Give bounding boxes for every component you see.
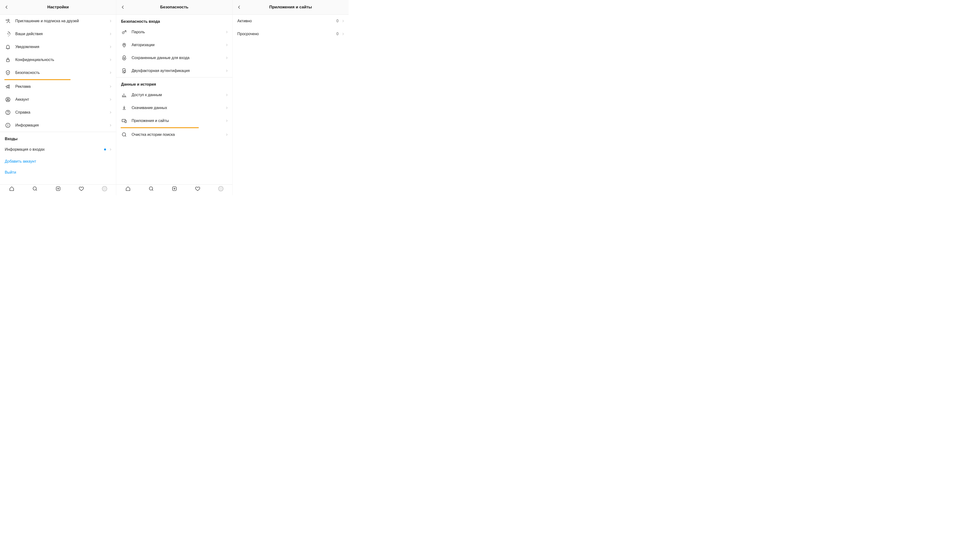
- chevron-right-icon: [225, 106, 229, 109]
- item-label: Просрочено: [237, 32, 336, 36]
- chevron-right-icon: [108, 124, 113, 127]
- item-label: Приложения и сайты: [132, 119, 225, 123]
- security-item-download-data[interactable]: Скачивание данных: [116, 102, 232, 114]
- settings-item-invite[interactable]: Приглашение и подписка на друзей: [0, 14, 116, 27]
- security-item-data-access[interactable]: Доступ к данным: [116, 89, 232, 102]
- add-post-icon: [172, 186, 177, 192]
- svg-point-10: [102, 186, 107, 191]
- svg-point-12: [124, 44, 125, 45]
- svg-point-2: [6, 97, 10, 102]
- header: Приложения и сайты: [232, 0, 348, 14]
- item-label: Аккаунт: [15, 97, 108, 102]
- profile-icon: [218, 186, 224, 192]
- apps-item-expired[interactable]: Просрочено 0: [232, 27, 348, 40]
- chevron-right-icon: [225, 94, 229, 96]
- chevron-right-icon: [225, 119, 229, 122]
- security-item-apps-websites[interactable]: Приложения и сайты: [116, 114, 232, 127]
- svg-point-13: [124, 58, 125, 59]
- back-button[interactable]: [234, 0, 245, 14]
- tab-profile[interactable]: [102, 186, 108, 192]
- tab-activity[interactable]: [194, 186, 201, 192]
- item-label: Уведомления: [15, 45, 108, 49]
- settings-item-account[interactable]: Аккаунт: [0, 93, 116, 106]
- security-item-login-activity[interactable]: Авторизации: [116, 38, 232, 51]
- settings-item-help[interactable]: Справка: [0, 106, 116, 119]
- tab-bar: [116, 184, 232, 195]
- svg-point-18: [149, 187, 153, 190]
- svg-point-17: [122, 133, 126, 136]
- tab-add[interactable]: [55, 186, 61, 192]
- search-icon: [121, 132, 127, 138]
- tab-search[interactable]: [148, 186, 154, 192]
- tab-activity[interactable]: [78, 186, 84, 192]
- clock-icon: [5, 31, 11, 37]
- tab-search[interactable]: [32, 186, 38, 192]
- tab-profile[interactable]: [218, 186, 224, 192]
- megaphone-icon: [5, 83, 11, 90]
- security-item-two-factor[interactable]: Двухфакторная аутентификация: [116, 64, 232, 77]
- key-icon: [121, 29, 127, 35]
- item-label: Безопасность: [15, 71, 108, 75]
- screen-security: Безопасность Безопасность входа Пароль А…: [116, 0, 232, 195]
- svg-rect-1: [6, 60, 10, 62]
- chevron-left-icon: [5, 5, 9, 10]
- add-post-icon: [55, 186, 61, 192]
- home-icon: [9, 186, 14, 192]
- chevron-right-icon: [108, 33, 113, 35]
- item-label: Активно: [237, 19, 336, 23]
- tab-bar: [0, 184, 116, 195]
- chevron-right-icon: [108, 20, 113, 22]
- settings-item-notifications[interactable]: Уведомления: [0, 40, 116, 53]
- chevron-right-icon: [108, 111, 113, 114]
- bell-icon: [5, 44, 11, 50]
- settings-item-login-info[interactable]: Информация о входах: [0, 143, 116, 156]
- chevron-right-icon: [225, 43, 229, 46]
- item-label: Конфиденциальность: [15, 58, 108, 62]
- settings-item-security[interactable]: Безопасность: [0, 66, 116, 79]
- chevron-right-icon: [225, 30, 229, 33]
- chevron-right-icon: [108, 85, 113, 88]
- settings-item-info[interactable]: Информация: [0, 119, 116, 132]
- security-item-saved-login[interactable]: Сохраненные данные для входа: [116, 51, 232, 64]
- tab-home[interactable]: [9, 186, 15, 192]
- chevron-right-icon: [225, 56, 229, 59]
- svg-point-3: [7, 98, 9, 100]
- item-label: Скачивание данных: [132, 106, 225, 110]
- back-button[interactable]: [1, 0, 13, 14]
- chevron-right-icon: [108, 45, 113, 48]
- devices-icon: [121, 118, 127, 124]
- notification-dot-icon: [104, 149, 106, 151]
- person-circle-icon: [5, 96, 11, 103]
- search-icon: [148, 186, 154, 192]
- settings-item-privacy[interactable]: Конфиденциальность: [0, 53, 116, 66]
- item-label: Информация: [15, 123, 108, 127]
- chevron-right-icon: [341, 20, 345, 22]
- tab-add[interactable]: [171, 186, 178, 192]
- screen-settings: Настройки Приглашение и подписка на друз…: [0, 0, 116, 195]
- item-label: Авторизации: [132, 43, 225, 47]
- tab-home[interactable]: [125, 186, 131, 192]
- security-item-password[interactable]: Пароль: [116, 25, 232, 38]
- section-login-security: Безопасность входа: [116, 14, 232, 25]
- add-account-link[interactable]: Добавить аккаунт: [0, 156, 116, 167]
- person-add-icon: [5, 18, 11, 24]
- lock-icon: [5, 57, 11, 63]
- settings-list: Приглашение и подписка на друзей Ваши де…: [0, 14, 116, 184]
- search-icon: [32, 186, 38, 192]
- svg-point-5: [8, 113, 8, 114]
- page-title: Приложения и сайты: [232, 5, 348, 10]
- chevron-left-icon: [237, 5, 242, 10]
- settings-item-ads[interactable]: Реклама: [0, 80, 116, 93]
- logout-link[interactable]: Выйти: [0, 167, 116, 178]
- page-title: Настройки: [0, 5, 116, 10]
- location-pin-icon: [121, 42, 127, 48]
- item-label: Пароль: [132, 30, 225, 34]
- svg-rect-16: [125, 120, 126, 123]
- settings-item-activity[interactable]: Ваши действия: [0, 27, 116, 40]
- security-list: Безопасность входа Пароль Авторизации Со…: [116, 14, 232, 184]
- apps-item-active[interactable]: Активно 0: [232, 14, 348, 27]
- security-item-clear-search[interactable]: Очистка истории поиска: [116, 128, 232, 141]
- chevron-right-icon: [108, 71, 113, 74]
- back-button[interactable]: [117, 0, 129, 14]
- screen-apps-websites: Приложения и сайты Активно 0 Просрочено …: [232, 0, 348, 195]
